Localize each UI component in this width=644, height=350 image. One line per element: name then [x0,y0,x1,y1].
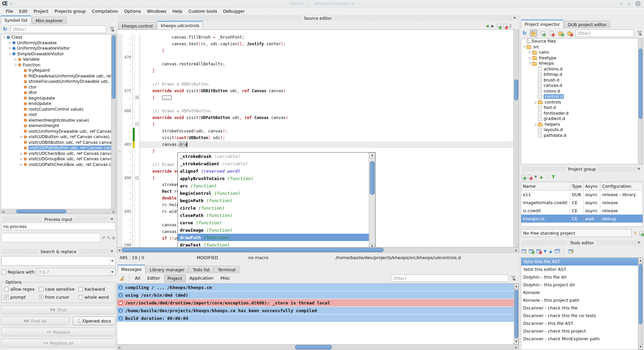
close-search-panel-icon[interactable]: ✕ [110,249,114,253]
clear-project-filter-button[interactable] [636,30,643,37]
file-tree-row[interactable]: ▽kheops [521,61,643,66]
menu-windows[interactable]: Windows [144,8,169,15]
column-configuration[interactable]: Configuration [600,182,643,190]
file-tree-row[interactable]: pathdata.d [521,133,643,138]
checkbox-whole-word[interactable] [79,295,83,299]
run-tool-icon[interactable]: Ϝ [568,249,573,253]
close-icon[interactable]: ✕ [635,1,641,6]
completion-item[interactable]: applyBrushToCairo(function) [178,175,369,182]
symbol-tree-row[interactable]: ▷UniformlyDrawable [1,40,116,46]
tool-item[interactable]: Dscanner - check MiniExplorer path [521,335,643,343]
symbol-tree-row[interactable]: ▷visit(UDPathCheckBox udc, ref Canvas ca… [1,162,116,168]
tool-item[interactable]: Dscanner - check this file [521,304,643,312]
symbol-tree-row[interactable]: dtor [1,90,116,96]
new-document-icon[interactable]: + [497,24,501,28]
expand-icon[interactable]: ▷ [19,163,23,166]
checkbox-case-sensitive[interactable] [39,287,43,291]
completion-item[interactable]: drawPath(function) [178,234,369,241]
message-row[interactable]: !/usr/include/dmd/druntime/import/core/e… [117,299,518,306]
add-folder-button[interactable]: + [557,30,564,37]
remove-file-button[interactable]: − [548,30,555,37]
move-tool-down-icon[interactable]: ▼ [544,249,546,253]
clear-symbol-filter-button[interactable] [108,25,115,33]
file-tree-row[interactable]: gradient.d [521,116,643,122]
tab-mini-explorer[interactable]: Mini explorer [32,17,66,24]
column-name[interactable]: Name [521,182,570,190]
symbol-tree-hscrollbar[interactable]: ◀▶ [1,209,116,214]
symbol-tree-row[interactable]: ▽Function [1,62,116,68]
find-all-button[interactable]: Find all [1,316,69,325]
option-from-cursor[interactable]: ✓from cursor [39,295,79,300]
cancel-process-icon[interactable]: ⊗ [112,235,115,240]
edit-project-icon[interactable]: ✎ [634,231,637,236]
project-row[interactable]: x11DUBasyncrelease - library [521,190,643,198]
expand-icon[interactable]: ▷ [8,41,12,45]
collapse-icon[interactable]: ▽ [14,63,18,67]
symbol-tree-row[interactable]: ▷UniformlyDrawableVisitor [1,46,116,51]
menu-file[interactable]: File [3,8,16,15]
replace-all-button[interactable]: a⇉Replace all [1,339,115,347]
completion-item[interactable]: circle(function) [178,204,369,212]
completion-item[interactable]: _strokeBrush(variable) [178,153,369,160]
option-allow-regex[interactable]: allow regex [4,287,39,292]
completion-item[interactable]: closePath(function) [178,212,369,219]
message-row[interactable]: iusing /usr/bin/dmd (dmd) [117,291,518,299]
messages-tab-messages[interactable]: Messages [117,265,145,273]
completion-item[interactable]: curve(function) [178,219,369,226]
remove-tool-icon[interactable]: − [536,249,541,253]
messages-filter-input[interactable] [391,275,508,282]
filter-project[interactable]: Project [164,275,186,282]
checkbox-allow-regex[interactable] [4,287,9,291]
menu-options[interactable]: Options [121,8,144,15]
expand-icon[interactable]: ▷ [19,152,23,155]
symbol-tree-row[interactable]: tryRepaint [1,68,116,73]
completion-item[interactable]: drawText(function) [178,241,369,247]
remove-folder-button[interactable]: − [566,30,574,37]
expand-icon[interactable]: ▷ [19,157,23,161]
new-free-project-icon[interactable]: + [639,231,643,235]
file-tree-row[interactable]: brush.d [521,77,643,83]
messages-vscrollbar[interactable]: ▲ ▼ [514,284,518,344]
expand-icon[interactable]: ▷ [528,56,532,60]
menu-projects-group[interactable]: Projects group [51,8,89,15]
filter-all[interactable]: All [132,275,143,282]
file-tree-row[interactable]: fontloader.d [521,111,643,116]
add-file-button[interactable]: + [539,30,546,37]
project-filter-input[interactable] [575,30,634,37]
messages-tab-library-manager[interactable]: Library manager [146,266,188,273]
tool-item[interactable]: Konsole [521,289,643,296]
symbol-tree-row[interactable]: endUpdate [1,101,116,107]
checkbox-from-cursor[interactable]: ✓ [39,295,43,299]
add-tool-icon[interactable]: + [529,249,534,253]
pen-icon[interactable]: ✎ [107,235,110,240]
minimize-icon[interactable]: ∨ [620,1,623,6]
file-tree-row[interactable]: ▷freetype [521,55,643,61]
symbol-tree-row[interactable]: ▽SimpleDrawableVisitor [1,51,116,57]
symbol-tree-row[interactable]: elementHeight(double value) [1,118,116,123]
file-tree-row[interactable]: bitmap.d [521,72,643,77]
collapse-icon[interactable]: ▽ [2,36,6,39]
scroll-up-icon[interactable]: ▲ [514,284,518,289]
option-case-sensitive[interactable]: case sensitive [39,287,79,292]
file-tree-row[interactable]: canvas.d [521,83,643,89]
expand-icon[interactable]: ▷ [19,135,23,138]
file-tree-row[interactable]: colors.d [521,89,643,94]
messages-tab-todo-list[interactable]: Todo list [189,266,213,273]
filter-editor[interactable]: Editor [144,275,163,282]
expand-icon[interactable]: ▷ [534,101,538,104]
clear-messages-filter-button[interactable] [509,275,517,282]
menu-project[interactable]: Project [31,8,51,15]
symbol-filter-input[interactable] [11,25,106,33]
go-forward-icon[interactable]: ▶ [491,24,494,28]
search-input[interactable] [2,256,109,265]
symbol-tree-row[interactable]: strokeFocused(UniformlyDrawable udc, ref… [1,79,116,84]
project-row[interactable]: imageformats.coeditCEasyncrelease [521,198,643,207]
clone-tool-icon[interactable] [555,249,559,253]
maximize-icon[interactable]: ◇ [628,1,631,6]
message-row[interactable]: iBuild duration: 00:00:04 [117,314,518,322]
expand-icon[interactable]: ▷ [534,123,538,126]
fold-toggle-icon[interactable]: − [135,175,140,181]
file-tree-row[interactable]: font.d [521,105,643,111]
move-project-down-icon[interactable]: ▼ [534,175,537,179]
file-tree-row[interactable]: ▷cairo [521,50,643,55]
